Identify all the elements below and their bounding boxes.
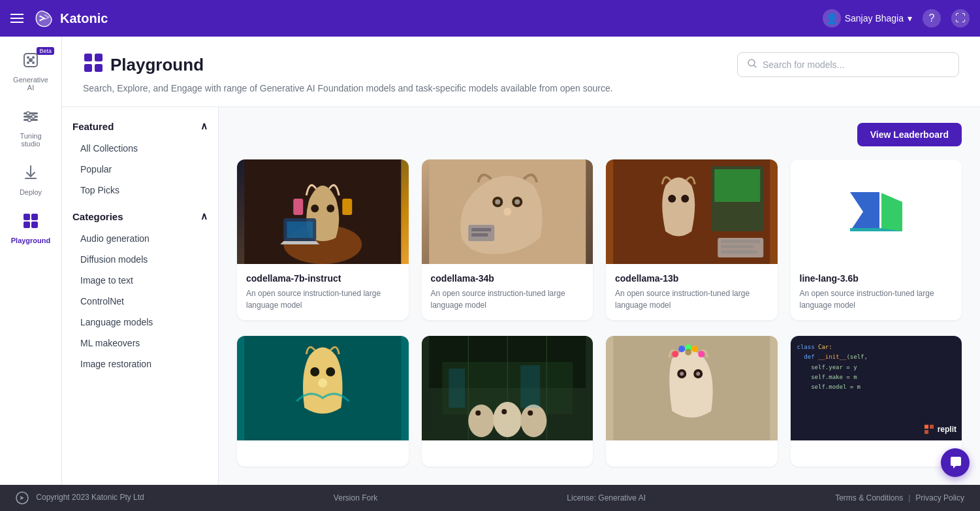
featured-label: Featured [72, 121, 114, 132]
svg-rect-36 [468, 225, 494, 241]
svg-rect-42 [714, 169, 760, 202]
user-dropdown-icon: ▾ [908, 13, 912, 24]
sidebar-item-generative-ai[interactable]: Beta Generative AI [5, 44, 57, 98]
svg-point-75 [691, 346, 698, 352]
llama-bottom-2-illustration [422, 336, 593, 440]
model-card-3-desc: An open source instruction-tuned large l… [615, 288, 768, 311]
svg-point-61 [520, 404, 546, 437]
model-card-line-lang[interactable]: line-lang-3.6b An open source instructio… [791, 159, 962, 320]
page-title-text: Playground [110, 55, 204, 75]
expand-button[interactable]: ⛶ [951, 9, 970, 27]
svg-point-9 [27, 112, 30, 115]
model-card-1-desc: An open source instruction-tuned large l… [246, 288, 400, 311]
svg-rect-38 [471, 233, 488, 237]
svg-rect-18 [95, 54, 103, 61]
footer-center: Version Fork [334, 493, 377, 503]
page-subtitle: Search, Explore, and Engage with range o… [83, 83, 613, 93]
svg-rect-29 [342, 199, 352, 215]
nav-item-image-restoration[interactable]: Image restoration [72, 354, 208, 374]
terms-conditions-link[interactable]: Terms & Conditions [835, 493, 903, 503]
model-card-4-body: line-lang-3.6b An open source instructio… [791, 264, 962, 320]
navbar-right: 👤 Sanjay Bhagia ▾ ? ⛶ [823, 9, 970, 27]
svg-rect-14 [31, 214, 38, 220]
svg-point-4 [32, 61, 35, 64]
svg-rect-16 [31, 222, 38, 228]
svg-rect-20 [95, 64, 103, 72]
nav-item-popular[interactable]: Popular [72, 159, 208, 179]
user-menu[interactable]: 👤 Sanjay Bhagia ▾ [823, 9, 912, 27]
nav-item-controlnet[interactable]: ControlNet [72, 291, 208, 311]
svg-point-24 [311, 205, 319, 212]
model-card-codellama-7b[interactable]: codellama-7b-instruct An open source ins… [237, 159, 409, 320]
svg-point-64 [528, 410, 533, 416]
llama-2-illustration [422, 159, 593, 264]
sidebar-item-playground[interactable]: Playground [5, 205, 57, 251]
footer-license: License: Generative AI [567, 493, 646, 503]
footer-divider: | [908, 493, 910, 503]
model-card-2-title: codellama-34b [431, 273, 584, 284]
model-card-image-3 [606, 159, 778, 264]
nav-item-audio-generation[interactable]: Audio generation [72, 229, 208, 248]
svg-rect-46 [721, 240, 760, 243]
model-card-replit[interactable]: class Car: def __init__(self, self.year … [791, 336, 962, 467]
help-button[interactable]: ? [923, 9, 941, 27]
svg-point-3 [27, 61, 29, 64]
privacy-policy-link[interactable]: Privacy Policy [915, 493, 964, 503]
sidebar-item-playground-label: Playground [11, 237, 51, 244]
model-card-1-body: codellama-7b-instruct An open source ins… [237, 264, 409, 320]
llama-3-illustration [606, 159, 778, 264]
llama-bottom-1-illustration [237, 336, 409, 440]
nav-item-image-to-text[interactable]: Image to text [72, 271, 208, 290]
search-input[interactable] [763, 59, 949, 70]
chat-fab-button[interactable] [941, 448, 970, 477]
svg-point-73 [678, 346, 685, 352]
svg-point-63 [501, 409, 507, 414]
model-card-1-title: codellama-7b-instruct [246, 273, 400, 284]
deploy-icon [22, 163, 40, 186]
nav-item-all-collections[interactable]: All Collections [72, 139, 208, 158]
navbar: Katonic 👤 Sanjay Bhagia ▾ ? ⛶ [0, 0, 980, 37]
tuning-studio-icon [22, 107, 40, 129]
svg-point-50 [310, 367, 319, 376]
svg-rect-12 [25, 178, 37, 179]
sidebar-item-tuning-studio[interactable]: Tuning studio [5, 101, 57, 154]
logo-text: Katonic [60, 11, 108, 26]
nav-item-top-picks[interactable]: Top Picks [72, 180, 208, 200]
nav-item-language-models[interactable]: Language models [72, 312, 208, 332]
view-leaderboard-button[interactable]: View Leaderboard [857, 123, 962, 146]
model-card-image-bottom-4: class Car: def __init__(self, self.year … [791, 336, 962, 440]
model-card-codellama-34b[interactable]: codellama-34b An open source instruction… [422, 159, 593, 320]
search-box[interactable] [737, 52, 959, 77]
model-card-bottom-1[interactable] [237, 336, 409, 467]
svg-point-60 [493, 402, 522, 437]
llama-1-illustration [237, 159, 409, 264]
svg-point-2 [32, 56, 35, 59]
svg-point-62 [475, 410, 481, 416]
svg-point-70 [680, 372, 684, 376]
svg-rect-47 [721, 245, 753, 248]
svg-point-51 [326, 367, 335, 376]
model-card-image-1 [237, 159, 409, 264]
svg-rect-27 [287, 222, 313, 238]
hamburger-button[interactable] [10, 14, 24, 23]
model-card-image-4 [791, 159, 962, 264]
categories-collapse-icon: ∧ [200, 210, 208, 222]
model-card-bottom-3[interactable] [606, 336, 778, 467]
nav-item-ml-makeovers[interactable]: ML makeovers [72, 333, 208, 353]
svg-point-77 [685, 349, 691, 355]
sidebar-item-deploy[interactable]: Deploy [5, 157, 57, 203]
nav-item-diffusion-models[interactable]: Diffusion models [72, 250, 208, 269]
model-card-bottom-2[interactable] [422, 336, 593, 467]
version-fork: Version Fork [334, 493, 377, 503]
footer: Copyright 2023 Katonic Pty Ltd Version F… [0, 485, 980, 511]
content-area: Featured ∧ All Collections Popular Top P… [62, 107, 980, 511]
featured-section-header[interactable]: Featured ∧ [72, 120, 208, 132]
model-card-image-bottom-1 [237, 336, 409, 440]
categories-section-header[interactable]: Categories ∧ [72, 210, 208, 222]
model-card-3-body: codellama-13b An open source instruction… [606, 264, 778, 320]
model-card-codellama-13b[interactable]: codellama-13b An open source instruction… [606, 159, 778, 320]
svg-rect-65 [449, 369, 465, 408]
model-card-bottom-3-body [606, 440, 778, 467]
svg-point-1 [27, 56, 29, 59]
svg-point-52 [318, 378, 327, 387]
